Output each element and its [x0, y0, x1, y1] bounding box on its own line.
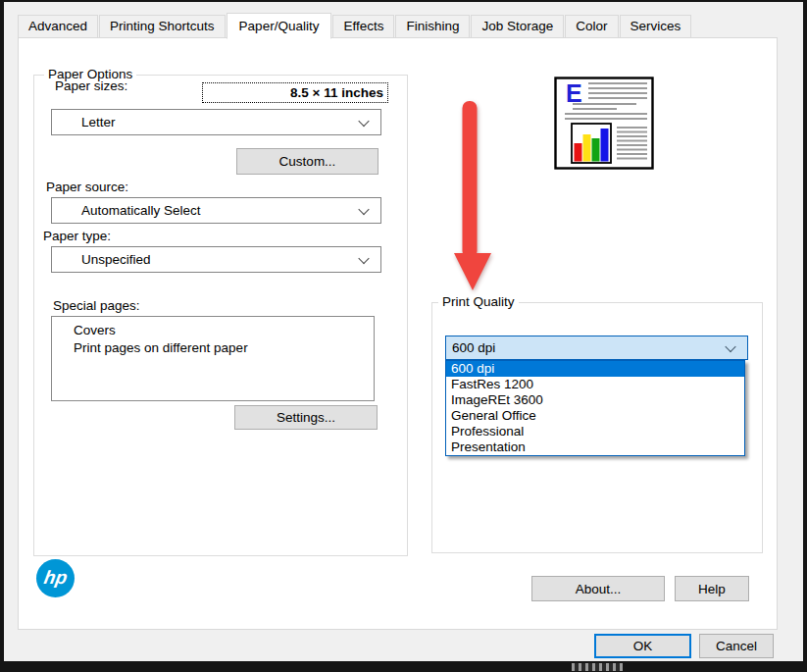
document-preview-icon: E	[554, 77, 654, 170]
option-general-office[interactable]: General Office	[446, 408, 744, 424]
hp-logo-text: hp	[42, 567, 69, 591]
paper-type-select[interactable]: Unspecified	[51, 246, 381, 273]
paper-size-value: 8.5 × 11 inches	[202, 82, 388, 103]
special-pages-item[interactable]: Covers	[52, 322, 374, 339]
special-pages-label: Special pages:	[53, 298, 140, 313]
option-professional[interactable]: Professional	[446, 424, 744, 439]
option-fastres-1200[interactable]: FastRes 1200	[446, 377, 744, 392]
red-down-arrow-icon	[450, 99, 495, 293]
option-presentation[interactable]: Presentation	[446, 439, 744, 455]
option-600-dpi[interactable]: 600 dpi	[446, 361, 744, 377]
print-quality-select[interactable]: 600 dpi	[445, 336, 748, 360]
option-imageret-3600[interactable]: ImageREt 3600	[446, 392, 744, 408]
chevron-down-icon	[358, 203, 369, 214]
about-button[interactable]: About...	[531, 576, 665, 601]
paper-options-group: Paper Options Paper sizes: 8.5 × 11 inch…	[33, 75, 408, 556]
tab-label: Job Storage	[481, 19, 553, 33]
tab-job-storage[interactable]: Job Storage	[471, 15, 564, 38]
paper-type-select-value: Unspecified	[52, 252, 151, 267]
special-pages-item[interactable]: Print pages on different paper	[52, 339, 374, 357]
tab-label: Advanced	[28, 19, 87, 33]
paper-source-label: Paper source:	[46, 180, 128, 194]
tab-paper-quality[interactable]: Paper/Quality	[227, 13, 332, 39]
tab-color[interactable]: Color	[565, 15, 618, 38]
paper-size-select[interactable]: Letter	[51, 109, 381, 135]
print-quality-select-value: 600 dpi	[446, 340, 495, 355]
printer-properties-dialog: Advanced Printing Shortcuts Paper/Qualit…	[4, 2, 803, 661]
background-window-fragment	[572, 663, 623, 671]
paper-source-select[interactable]: Automatically Select	[51, 197, 381, 224]
tab-bar: Advanced Printing Shortcuts Paper/Qualit…	[18, 13, 692, 38]
special-pages-list: Covers Print pages on different paper	[51, 316, 375, 401]
tab-label: Color	[576, 19, 607, 33]
ok-button[interactable]: OK	[594, 634, 691, 658]
screenshot-root: Advanced Printing Shortcuts Paper/Qualit…	[0, 0, 807, 672]
custom-button[interactable]: Custom...	[236, 148, 378, 175]
paper-source-select-value: Automatically Select	[52, 203, 201, 218]
help-button[interactable]: Help	[675, 576, 749, 601]
tab-label: Paper/Quality	[239, 19, 320, 33]
paper-size-select-value: Letter	[52, 115, 116, 129]
print-quality-group-label: Print Quality	[438, 294, 519, 309]
chevron-down-icon	[725, 340, 735, 351]
paper-sizes-label: Paper sizes:	[55, 78, 127, 93]
tab-finishing[interactable]: Finishing	[395, 15, 470, 38]
print-quality-group: Print Quality 600 dpi 600 dpi FastRes 12…	[431, 302, 763, 553]
cancel-button[interactable]: Cancel	[699, 634, 774, 658]
settings-button[interactable]: Settings...	[234, 405, 378, 430]
tab-services[interactable]: Services	[620, 15, 692, 38]
chevron-down-icon	[358, 115, 369, 126]
tab-label: Finishing	[406, 19, 459, 33]
tab-label: Effects	[343, 19, 383, 33]
paper-type-label: Paper type:	[43, 229, 111, 243]
chevron-down-icon	[358, 252, 369, 263]
print-quality-dropdown-list: 600 dpi FastRes 1200 ImageREt 3600 Gener…	[445, 360, 745, 456]
hp-logo: hp	[36, 559, 75, 597]
tab-printing-shortcuts[interactable]: Printing Shortcuts	[99, 15, 226, 38]
preview-letter: E	[566, 79, 582, 107]
tab-label: Services	[630, 19, 681, 33]
paper-quality-tab-page: Paper Options Paper sizes: 8.5 × 11 inch…	[18, 37, 778, 630]
tab-effects[interactable]: Effects	[332, 15, 394, 38]
tab-advanced[interactable]: Advanced	[18, 15, 98, 38]
tab-label: Printing Shortcuts	[110, 19, 215, 33]
